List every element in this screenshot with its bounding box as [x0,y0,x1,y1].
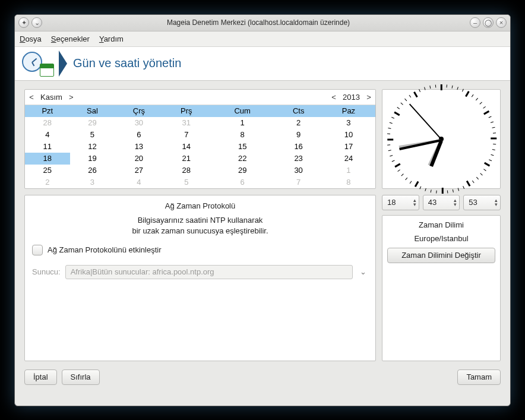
chevron-right-icon [59,50,67,77]
menu-help[interactable]: Yardım [99,34,124,43]
calendar-day[interactable]: 1 [322,165,375,176]
calendar-day[interactable]: 17 [322,141,375,153]
calendar-day[interactable]: 6 [210,176,275,188]
calendar-day[interactable]: 7 [275,176,321,188]
calendar-grid: PztSalÇrşPrşCumCtsPaz 282930311234567891… [25,105,375,188]
timezone-title: Zaman Dilimi [419,220,464,229]
calendar-day[interactable]: 22 [210,153,275,165]
calendar-day[interactable]: 5 [163,176,210,188]
hour-spinner[interactable]: 18 ▴▾ [382,195,419,210]
calendar-day[interactable]: 8 [322,176,375,188]
change-timezone-button[interactable]: Zaman Dilimini Değiştir [387,248,495,263]
calendar-day[interactable]: 13 [115,141,163,153]
calendar-day[interactable]: 7 [163,129,210,141]
calendar-day[interactable]: 2 [25,176,70,188]
calendar-day[interactable]: 8 [210,129,275,141]
ntp-title: Ağ Zaman Protokolü [32,201,368,210]
calendar-day[interactable]: 29 [70,117,115,129]
calendar-day[interactable]: 10 [322,129,375,141]
ntp-desc-line2: bir uzak zaman sunucusya eşleştirebilir. [32,226,368,236]
prev-year-button[interactable]: < [327,93,340,102]
calendar-day[interactable]: 25 [25,165,70,176]
server-dropdown-icon[interactable]: ⌄ [358,267,368,276]
ntp-panel: Ağ Zaman Protokolü Bilgisayarınız saatin… [24,195,376,361]
calendar-day[interactable]: 15 [210,141,275,153]
calendar-day[interactable]: 28 [163,165,210,176]
window-menu-icon[interactable]: ✦ [18,17,29,28]
calendar-day[interactable]: 31 [163,117,210,129]
calendar-day[interactable]: 26 [70,165,115,176]
calendar-day[interactable]: 27 [115,165,163,176]
calendar-day[interactable]: 3 [70,176,115,188]
datetime-icon [22,50,54,77]
month-label[interactable]: Kasım [38,93,65,102]
weekday-header: Sal [70,105,115,117]
calendar-day[interactable]: 30 [275,165,321,176]
next-year-button[interactable]: > [362,93,375,102]
calendar-day[interactable]: 30 [115,117,163,129]
titlebar: ✦ ⌄ Mageia Denetim Merkezi (localhost.lo… [15,15,510,31]
calendar-day[interactable]: 11 [25,141,70,153]
prev-month-button[interactable]: < [25,93,38,102]
cancel-button[interactable]: İptal [24,370,57,385]
calendar-day[interactable]: 3 [322,117,375,129]
calendar-day[interactable]: 1 [210,117,275,129]
calendar-day[interactable]: 4 [115,176,163,188]
second-spinner[interactable]: 53 ▴▾ [463,195,501,210]
page-title: Gün ve saati yönetin [73,56,181,70]
weekday-header: Cum [210,105,275,117]
hour-value: 18 [387,198,413,207]
calendar-day[interactable]: 4 [25,129,70,141]
ntp-enable-label: Ağ Zaman Protokolünü etkinleştir [48,245,161,254]
minute-value: 43 [428,198,454,207]
second-stepper-icon[interactable]: ▴▾ [495,198,498,207]
weekday-header: Prş [163,105,210,117]
timezone-panel: Zaman Dilimi Europe/Istanbul Zaman Dilim… [382,215,501,361]
calendar-day[interactable]: 6 [115,129,163,141]
hour-stepper-icon[interactable]: ▴▾ [413,198,416,207]
app-window: ✦ ⌄ Mageia Denetim Merkezi (localhost.lo… [14,14,511,406]
weekday-header: Çrş [115,105,163,117]
calendar-day[interactable]: 5 [70,129,115,141]
calendar-day[interactable]: 29 [210,165,275,176]
calendar-day[interactable]: 2 [275,117,321,129]
calendar-day[interactable]: 23 [275,153,321,165]
footer: İptal Sıfırla Tamam [24,367,501,389]
reset-button[interactable]: Sıfırla [62,370,100,385]
ntp-enable-checkbox[interactable] [32,245,43,255]
close-icon[interactable]: × [496,17,507,28]
calendar-day[interactable]: 24 [322,153,375,165]
minute-stepper-icon[interactable]: ▴▾ [454,198,457,207]
server-label: Sunucu: [32,267,61,276]
calendar-day[interactable]: 28 [25,117,70,129]
weekday-header: Cts [275,105,321,117]
timezone-value: Europe/Istanbul [414,234,468,243]
second-value: 53 [469,198,495,207]
server-value: Afrika|Bütün sunucular: africa.pool.ntp.… [71,267,214,276]
next-month-button[interactable]: > [65,93,78,102]
calendar: < Kasım > < 2013 > PztSalÇrşPrşCumCtsPaz… [24,89,376,189]
menubar: Dosya Seçenekler Yardım [15,31,510,47]
calendar-day[interactable]: 18 [25,153,70,165]
calendar-day[interactable]: 20 [115,153,163,165]
calendar-day[interactable]: 9 [275,129,321,141]
server-combo[interactable]: Afrika|Bütün sunucular: africa.pool.ntp.… [65,265,353,279]
menu-file[interactable]: Dosya [20,34,42,43]
year-label[interactable]: 2013 [340,93,362,102]
calendar-day[interactable]: 16 [275,141,321,153]
weekday-header: Paz [322,105,375,117]
calendar-day[interactable]: 19 [70,153,115,165]
window-pin-icon[interactable]: ⌄ [31,17,42,28]
calendar-day[interactable]: 12 [70,141,115,153]
calendar-day[interactable]: 14 [163,141,210,153]
ok-button[interactable]: Tamam [457,370,501,385]
analog-clock [382,89,501,189]
ntp-desc-line1: Bilgisayarınız saatini NTP kullanarak [32,215,368,226]
calendar-day[interactable]: 21 [163,153,210,165]
menu-options[interactable]: Seçenekler [51,34,90,43]
maximize-icon[interactable]: ◯ [483,17,494,28]
minute-spinner[interactable]: 43 ▴▾ [423,195,460,210]
page-header: Gün ve saati yönetin [15,47,510,81]
minimize-icon[interactable]: – [470,17,480,28]
window-title: Mageia Denetim Merkezi (localhost.locald… [47,18,470,27]
